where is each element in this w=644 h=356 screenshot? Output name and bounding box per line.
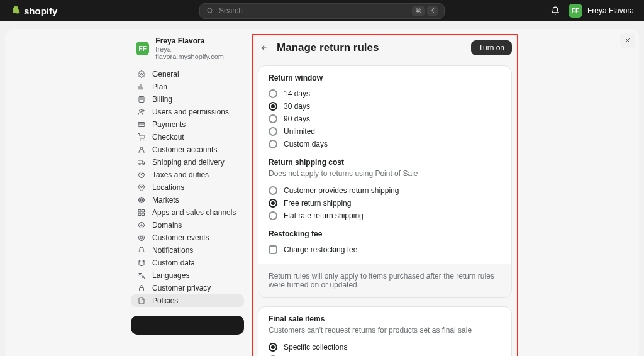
return-shipping-option-1[interactable]: Free return shipping (269, 197, 501, 209)
sidebar-item-plan[interactable]: Plan (131, 81, 244, 93)
svg-point-15 (140, 140, 141, 140)
radio-label: 30 days (284, 102, 310, 111)
sidebar-item-customer-privacy[interactable]: Customer privacy (131, 282, 244, 294)
svg-point-0 (208, 8, 212, 13)
radio-label: Flat rate return shipping (284, 211, 364, 220)
shipping-cost-sub: Does not apply to returns using Point of… (269, 169, 501, 178)
sidebar-item-label: Billing (152, 95, 172, 104)
return-window-option-3[interactable]: Unlimited (269, 125, 501, 138)
svg-point-19 (139, 164, 140, 165)
sidebar-item-languages[interactable]: Languages (131, 269, 244, 282)
final-sale-option-1[interactable]: Specific products (269, 353, 501, 356)
sidebar-item-apps-and-sales-channels[interactable]: Apps and sales channels (131, 206, 244, 219)
restocking-label: Charge restocking fee (284, 245, 357, 254)
sidebar-action[interactable] (131, 316, 244, 335)
sidebar-item-billing[interactable]: Billing (131, 93, 244, 106)
doc-icon (137, 296, 146, 305)
sidebar-item-label: Languages (152, 271, 189, 280)
cart-icon (137, 133, 146, 142)
radio-icon (269, 186, 277, 195)
sidebar-item-markets[interactable]: Markets (131, 194, 244, 206)
final-sale-option-0[interactable]: Specific collections (269, 341, 501, 353)
db-icon (137, 259, 146, 267)
person-icon (137, 145, 146, 154)
sidebar-item-label: Customer events (152, 233, 209, 242)
svg-line-1 (211, 12, 213, 13)
checkbox-icon (269, 245, 277, 254)
sidebar-item-custom-data[interactable]: Custom data (131, 257, 244, 269)
close-icon[interactable] (620, 33, 635, 48)
svg-rect-26 (142, 210, 145, 213)
radio-label: Specific collections (284, 343, 347, 352)
svg-point-30 (139, 235, 145, 241)
search-input[interactable]: Search ⌘ K (199, 3, 445, 19)
sidebar-item-label: Plan (152, 82, 167, 91)
sidebar-item-customer-accounts[interactable]: Customer accounts (131, 143, 244, 156)
svg-point-12 (142, 110, 144, 112)
svg-point-4 (141, 74, 143, 75)
radio-icon (269, 89, 277, 98)
sidebar-item-label: Domains (152, 221, 182, 230)
svg-rect-13 (138, 123, 145, 127)
return-window-option-0[interactable]: 14 days (269, 87, 501, 100)
sidebar-item-general[interactable]: General (131, 68, 244, 81)
sidebar-item-policies[interactable]: Policies (131, 294, 244, 307)
sidebar-item-locations[interactable]: Locations (131, 181, 244, 194)
search-placeholder: Search (219, 6, 243, 15)
radio-label: 14 days (284, 89, 310, 98)
return-shipping-option-2[interactable]: Flat rate return shipping (269, 209, 501, 222)
lock-icon (137, 284, 146, 292)
target-icon (137, 233, 146, 242)
radio-label: Customer provides return shipping (284, 186, 399, 195)
sidebar-item-checkout[interactable]: Checkout (131, 131, 244, 143)
kbd-modifier: ⌘ (412, 6, 425, 16)
domain-icon (137, 221, 146, 230)
svg-point-22 (141, 186, 143, 188)
radio-label: Custom days (284, 140, 328, 148)
radio-label: Free return shipping (284, 199, 351, 208)
restocking-checkbox-row[interactable]: Charge restocking fee (269, 243, 501, 256)
page-title: Manage return rules (277, 42, 379, 54)
turn-on-button[interactable]: Turn on (471, 40, 512, 55)
return-window-title: Return window (269, 74, 501, 82)
sidebar-item-taxes-and-duties[interactable]: Taxes and duties (131, 169, 244, 181)
sidebar-item-notifications[interactable]: Notifications (131, 244, 244, 257)
svg-rect-18 (138, 160, 143, 164)
return-window-option-4[interactable]: Custom days (269, 138, 501, 150)
final-sale-title: Final sale items (269, 314, 501, 323)
grid-icon (137, 208, 146, 217)
pin-icon (137, 183, 146, 192)
truck-icon (137, 158, 146, 167)
kbd-key: K (427, 6, 438, 16)
radio-label: Unlimited (284, 127, 315, 136)
sidebar-item-label: Customer accounts (152, 145, 217, 154)
sidebar-item-label: Shipping and delivery (152, 158, 225, 167)
svg-point-17 (140, 147, 143, 150)
radio-icon (269, 102, 277, 111)
svg-point-21 (139, 172, 145, 178)
credit-icon (137, 120, 146, 129)
radio-icon (269, 199, 277, 208)
sidebar-item-domains[interactable]: Domains (131, 219, 244, 231)
sidebar-item-label: Policies (152, 296, 178, 305)
sidebar-item-payments[interactable]: Payments (131, 118, 244, 131)
gear-icon (137, 70, 146, 79)
sidebar-item-shipping-and-delivery[interactable]: Shipping and delivery (131, 156, 244, 169)
svg-point-20 (143, 164, 144, 165)
sidebar-item-customer-events[interactable]: Customer events (131, 231, 244, 244)
radio-icon (269, 211, 277, 220)
return-window-option-2[interactable]: 90 days (269, 113, 501, 125)
avatar: FF (569, 4, 582, 18)
tax-icon (137, 170, 146, 179)
notifications-icon[interactable] (551, 6, 560, 15)
final-sale-sub: Customers can't request returns for prod… (269, 326, 501, 335)
sidebar-item-users-and-permissions[interactable]: Users and permissions (131, 106, 244, 118)
svg-point-32 (139, 260, 144, 262)
return-window-option-1[interactable]: 30 days (269, 100, 501, 113)
return-shipping-option-0[interactable]: Customer provides return shipping (269, 184, 501, 197)
user-menu[interactable]: FF Freya Flavora (569, 4, 634, 18)
lang-icon (137, 271, 146, 280)
radio-label: 90 days (284, 114, 310, 123)
shipping-cost-title: Return shipping cost (269, 158, 501, 167)
back-arrow-icon[interactable] (258, 42, 270, 54)
